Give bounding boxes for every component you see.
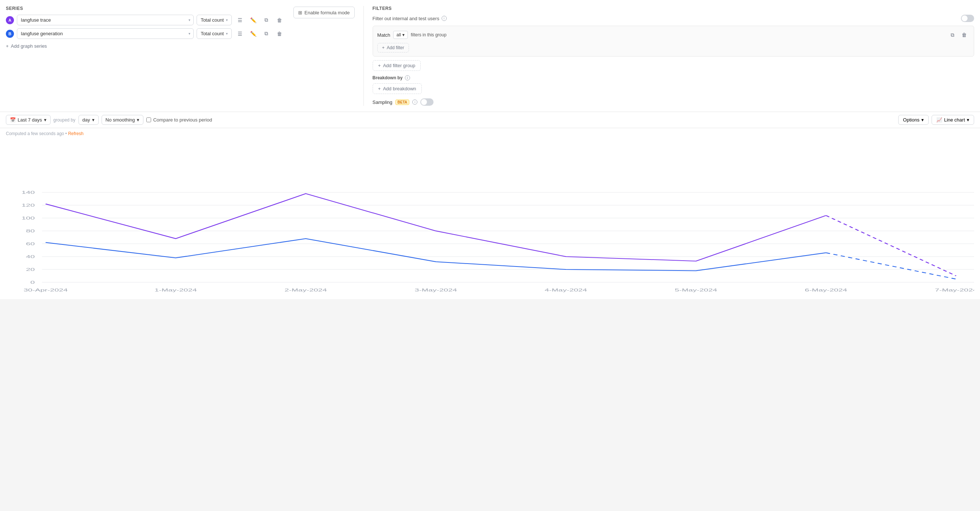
svg-text:40: 40 — [26, 254, 35, 259]
chevron-down-icon: ▾ — [921, 117, 924, 123]
chevron-down-icon: ▾ — [402, 32, 404, 37]
breakdown-section: Breakdown by i + Add breakdown — [372, 75, 974, 94]
filter-info-icon[interactable]: i — [442, 16, 447, 21]
plus-icon: + — [378, 86, 381, 91]
add-breakdown-label: Add breakdown — [383, 86, 416, 91]
formula-icon: ⊞ — [298, 10, 302, 15]
grouped-by-label: grouped by — [54, 118, 76, 123]
svg-text:5-May-2024: 5-May-2024 — [675, 288, 718, 292]
match-row: Match all ▾ filters in this group ⧉ 🗑 — [377, 30, 969, 40]
series-badge-b: B — [6, 30, 14, 38]
add-filter-group-label: Add filter group — [383, 63, 415, 68]
delete-filter-group-btn[interactable]: 🗑 — [959, 30, 969, 40]
enable-formula-button[interactable]: ⊞ Enable formula mode — [293, 6, 355, 18]
series-badge-a: A — [6, 16, 14, 24]
computed-text: Computed a few seconds ago • Refresh — [6, 131, 974, 136]
series-delete-btn-b[interactable]: 🗑 — [274, 29, 285, 39]
smoothing-select[interactable]: No smoothing ▾ — [102, 115, 143, 125]
chart-type-button[interactable]: 📈 Line chart ▾ — [932, 115, 974, 125]
chart-type-label: Line chart — [944, 117, 965, 123]
group-by-select[interactable]: day ▾ — [78, 115, 99, 125]
chart-container: .grid-line { stroke: #e5e7eb; stroke-wid… — [6, 139, 974, 293]
series-edit-btn-b[interactable]: ✏️ — [248, 29, 258, 39]
add-filter-label: Add filter — [387, 45, 404, 50]
compare-label: Compare to previous period — [153, 117, 212, 123]
smoothing-label: No smoothing — [106, 117, 135, 123]
filter-out-row: Filter out internal and test users i — [372, 15, 974, 22]
series-delete-btn-a[interactable]: 🗑 — [274, 15, 285, 26]
metric-label-b: Total count — [200, 31, 224, 36]
svg-text:30-Apr-2024: 30-Apr-2024 — [24, 288, 68, 292]
svg-text:1-May-2024: 1-May-2024 — [154, 288, 197, 292]
chevron-down-icon: ▾ — [44, 117, 46, 123]
chevron-down-icon: ▾ — [137, 117, 139, 123]
svg-text:7-May-2024: 7-May-2024 — [935, 288, 974, 292]
sampling-toggle[interactable] — [420, 98, 434, 106]
series-row-a: A langfuse trace ▾ Total count ▾ ☰ ✏️ ⧉ … — [6, 15, 285, 26]
breakdown-title: Breakdown by i — [372, 75, 974, 80]
chevron-down-icon: ▾ — [226, 18, 228, 22]
svg-text:60: 60 — [26, 241, 35, 246]
svg-text:20: 20 — [26, 267, 35, 272]
compare-checkbox[interactable] — [146, 118, 151, 122]
filter-out-toggle[interactable] — [961, 15, 974, 22]
svg-text:2-May-2024: 2-May-2024 — [285, 288, 327, 292]
plus-icon: + — [382, 45, 385, 50]
series-name-input-b[interactable]: langfuse generation ▾ — [17, 28, 194, 39]
series-name-text-b: langfuse generation — [21, 31, 63, 36]
svg-text:100: 100 — [22, 216, 35, 220]
calendar-icon: 📅 — [10, 117, 16, 123]
series-b-line — [46, 239, 826, 271]
plus-icon: + — [6, 43, 9, 49]
svg-text:80: 80 — [26, 229, 35, 233]
series-row-b: B langfuse generation ▾ Total count ▾ ☰ … — [6, 28, 285, 39]
formula-section: ⊞ Enable formula mode — [293, 6, 355, 106]
series-name-text-a: langfuse trace — [21, 17, 51, 23]
series-copy-btn-a[interactable]: ⧉ — [261, 15, 271, 26]
add-series-label: Add graph series — [11, 43, 47, 49]
svg-text:140: 140 — [22, 190, 35, 195]
series-edit-btn-a[interactable]: ✏️ — [248, 15, 258, 26]
add-filter-button[interactable]: + Add filter — [377, 43, 409, 53]
svg-text:6-May-2024: 6-May-2024 — [805, 288, 847, 292]
metric-label-a: Total count — [200, 17, 224, 23]
series-filter-btn-b[interactable]: ☰ — [235, 29, 245, 39]
chevron-down-icon: ▾ — [92, 117, 95, 123]
plus-icon: + — [378, 63, 381, 68]
beta-badge: BETA — [395, 99, 409, 105]
sampling-label: Sampling — [372, 99, 393, 105]
sampling-info-icon[interactable]: i — [412, 99, 417, 105]
compare-checkbox-wrapper[interactable]: Compare to previous period — [146, 117, 212, 123]
add-breakdown-button[interactable]: + Add breakdown — [372, 83, 422, 94]
series-title: Series — [6, 6, 285, 11]
filter-out-label: Filter out internal and test users i — [372, 16, 447, 21]
series-name-input-a[interactable]: langfuse trace ▾ — [17, 15, 194, 26]
chevron-down-icon: ▾ — [967, 117, 969, 123]
filters-section: Filters Filter out internal and test use… — [363, 6, 974, 106]
match-select[interactable]: all ▾ — [393, 31, 408, 39]
chevron-down-icon: ▾ — [189, 18, 190, 22]
series-copy-btn-b[interactable]: ⧉ — [261, 29, 271, 39]
time-range-label: Last 7 days — [18, 117, 42, 123]
time-range-select[interactable]: 📅 Last 7 days ▾ — [6, 115, 51, 125]
series-filter-btn-a[interactable]: ☰ — [235, 15, 245, 26]
svg-text:0: 0 — [30, 280, 35, 285]
refresh-link[interactable]: Refresh — [68, 131, 84, 136]
add-filter-group-button[interactable]: + Add filter group — [372, 60, 421, 71]
options-button[interactable]: Options ▾ — [898, 115, 929, 125]
chart-svg: .grid-line { stroke: #e5e7eb; stroke-wid… — [6, 139, 974, 293]
svg-text:120: 120 — [22, 203, 35, 208]
metric-select-a[interactable]: Total count ▾ — [197, 15, 232, 26]
svg-text:4-May-2024: 4-May-2024 — [545, 288, 587, 292]
match-label: Match — [377, 32, 390, 38]
filter-group-box: Match all ▾ filters in this group ⧉ 🗑 + … — [372, 26, 974, 56]
breakdown-info-icon[interactable]: i — [405, 75, 410, 80]
svg-text:3-May-2024: 3-May-2024 — [414, 288, 457, 292]
chevron-down-icon: ▾ — [226, 32, 228, 36]
add-series-button[interactable]: + Add graph series — [6, 42, 47, 50]
copy-filter-group-btn[interactable]: ⧉ — [947, 30, 958, 40]
options-label: Options — [903, 117, 920, 123]
filters-title: Filters — [372, 6, 974, 11]
series-a-dashed — [826, 216, 956, 276]
metric-select-b[interactable]: Total count ▾ — [197, 28, 232, 39]
